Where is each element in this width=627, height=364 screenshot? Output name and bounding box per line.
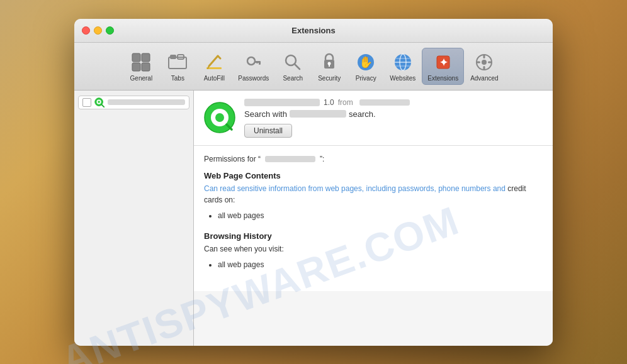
permissions-for-suffix: ”: <box>320 155 324 163</box>
extension-from-placeholder <box>359 99 410 106</box>
permission-web-page-desc: Can read sensitive information from web … <box>204 183 543 206</box>
toolbar-item-security[interactable]: Security <box>312 48 347 84</box>
svg-text:✋: ✋ <box>359 55 373 69</box>
svg-rect-31 <box>483 55 485 58</box>
permission-web-page-item: all web pages <box>218 209 543 223</box>
svg-point-18 <box>328 62 331 65</box>
svg-line-16 <box>295 64 300 69</box>
svg-rect-3 <box>142 63 150 71</box>
websites-icon <box>392 51 414 74</box>
toolbar-item-autofill[interactable]: AutoFill <box>196 48 232 84</box>
toolbar-item-search[interactable]: Search <box>275 48 310 84</box>
window-controls <box>82 26 114 35</box>
svg-point-30 <box>482 60 487 65</box>
websites-label: Websites <box>390 75 415 82</box>
permissions-title: Permissions for “ ”: <box>204 155 543 163</box>
search-with-label: Search with <box>244 109 287 119</box>
close-button[interactable] <box>82 26 90 35</box>
svg-rect-34 <box>488 61 492 63</box>
svg-rect-13 <box>259 61 261 65</box>
svg-rect-0 <box>132 53 140 62</box>
permissions-for-prefix: Permissions for “ <box>204 155 261 163</box>
svg-point-41 <box>215 113 224 122</box>
main-window: Extensions General <box>74 19 553 346</box>
svg-line-9 <box>218 56 220 58</box>
svg-rect-33 <box>477 61 480 63</box>
passwords-icon <box>242 51 265 74</box>
permission-web-page-list: all web pages <box>204 209 543 223</box>
svg-line-38 <box>102 104 104 107</box>
svg-rect-1 <box>142 53 150 62</box>
svg-text:✦: ✦ <box>439 57 448 68</box>
svg-rect-14 <box>256 61 258 63</box>
sidebar-item-name-placeholder <box>108 99 185 105</box>
extension-from: from <box>338 98 353 107</box>
permission-group-history: Browsing History Can see when you visit:… <box>204 231 543 272</box>
extension-name-row: 1.0 from <box>244 98 543 107</box>
permissions-section: Permissions for “ ”: Web Page Contents C… <box>194 146 553 291</box>
permission-history-desc-text: Can see when you visit: <box>204 245 284 253</box>
autofill-label: AutoFill <box>204 75 225 82</box>
autofill-icon <box>203 51 225 74</box>
svg-point-11 <box>247 57 255 65</box>
extensions-label: Extensions <box>427 75 458 82</box>
permissions-name-placeholder <box>265 156 315 162</box>
search-label: Search <box>283 75 303 82</box>
toolbar-item-general[interactable]: General <box>123 48 159 84</box>
advanced-icon <box>473 51 495 74</box>
advanced-label: Advanced <box>470 75 498 82</box>
toolbar-item-advanced[interactable]: Advanced <box>465 48 503 84</box>
search-toolbar-icon <box>281 51 304 74</box>
extension-name-placeholder <box>244 99 320 106</box>
search-suffix: search. <box>349 109 376 119</box>
privacy-icon: ✋ <box>354 51 377 74</box>
sidebar <box>74 91 194 346</box>
general-icon <box>130 51 152 74</box>
general-label: General <box>130 75 153 82</box>
tabs-label: Tabs <box>171 75 184 82</box>
content-area: 1.0 from Search with search. Uninstall P… <box>74 91 553 346</box>
extension-search-row: Search with search. <box>244 109 543 119</box>
permission-history-list: all web pages <box>204 258 543 272</box>
permission-history-item: all web pages <box>218 258 543 272</box>
permission-history-title: Browsing History <box>204 231 543 241</box>
svg-line-8 <box>209 56 218 66</box>
extension-search-name-placeholder <box>290 110 346 118</box>
tabs-icon <box>166 51 189 74</box>
extensions-icon: ✦ <box>432 51 455 74</box>
maximize-button[interactable] <box>106 26 114 35</box>
permission-group-web-page: Web Page Contents Can read sensitive inf… <box>204 171 543 223</box>
titlebar: Extensions <box>74 19 553 43</box>
toolbar-item-extensions[interactable]: ✦ Extensions <box>422 48 464 85</box>
privacy-label: Privacy <box>356 75 376 82</box>
toolbar-item-passwords[interactable]: Passwords <box>233 48 274 84</box>
main-panel: 1.0 from Search with search. Uninstall P… <box>194 91 553 346</box>
sidebar-checkbox[interactable] <box>82 98 91 107</box>
permission-web-page-title: Web Page Contents <box>204 171 543 180</box>
permission-web-page-desc-colored: Can read sensitive information from web … <box>204 184 506 193</box>
extension-version: 1.0 <box>324 98 334 107</box>
extension-info: 1.0 from Search with search. Uninstall <box>244 98 543 138</box>
sidebar-search-icon <box>94 97 105 108</box>
svg-rect-2 <box>132 63 140 71</box>
permission-history-desc: Can see when you visit: <box>204 243 543 255</box>
svg-point-37 <box>98 101 100 103</box>
passwords-label: Passwords <box>238 75 269 82</box>
uninstall-button[interactable]: Uninstall <box>244 124 292 138</box>
minimize-button[interactable] <box>94 26 102 35</box>
toolbar-item-tabs[interactable]: Tabs <box>160 48 195 84</box>
window-title: Extensions <box>291 26 335 35</box>
extension-big-icon <box>204 102 235 133</box>
svg-rect-32 <box>483 66 485 70</box>
toolbar-item-privacy[interactable]: ✋ Privacy <box>348 48 383 84</box>
svg-rect-5 <box>170 55 176 59</box>
sidebar-search-row <box>78 96 189 109</box>
extension-header: 1.0 from Search with search. Uninstall <box>194 91 553 146</box>
toolbar: General Tabs Auto <box>74 43 553 91</box>
security-label: Security <box>318 75 341 82</box>
security-icon <box>318 51 341 74</box>
toolbar-item-websites[interactable]: Websites <box>385 48 421 84</box>
